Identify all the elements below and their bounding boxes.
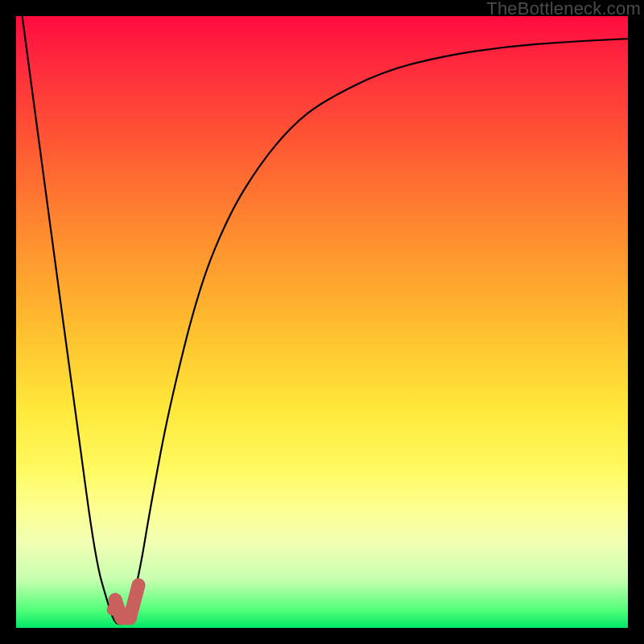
curve-layer (16, 16, 628, 628)
marker-dot (107, 604, 119, 616)
check-icon (115, 585, 138, 618)
plot-area (16, 16, 628, 628)
watermark-label: TheBottleneck.com (486, 0, 641, 18)
app-frame: TheBottleneck.com (0, 0, 644, 644)
bottleneck-curve (23, 16, 628, 624)
